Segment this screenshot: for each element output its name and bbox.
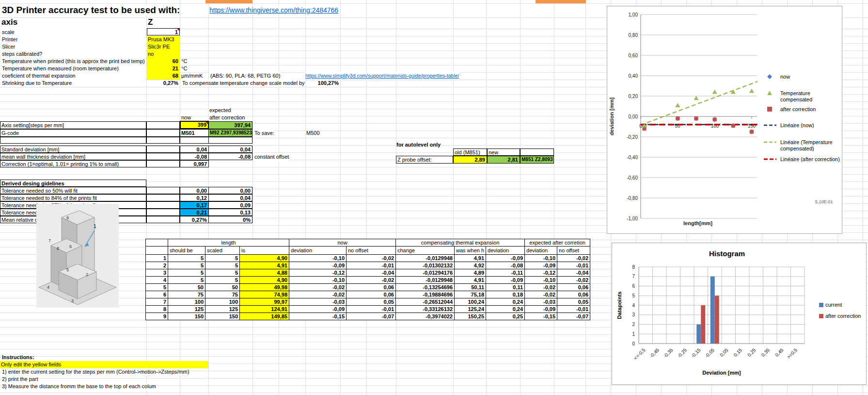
was-when-hot-cell[interactable]: 50,11 xyxy=(455,284,486,291)
blank-cell[interactable] xyxy=(520,148,554,156)
change-cell[interactable]: -0,3974022 xyxy=(396,313,455,320)
deviation-now-cell[interactable]: -0,10 xyxy=(289,255,347,262)
no-offset-expected-cell[interactable]: -0,07 xyxy=(557,313,590,320)
should-be-cell[interactable]: 125 xyxy=(168,306,205,313)
gcode-now-cell[interactable]: M501 xyxy=(180,129,209,137)
blank-cell[interactable] xyxy=(0,137,146,144)
deviation-comp-cell[interactable]: 0,11 xyxy=(486,284,525,291)
change-cell[interactable]: -0,13254696 xyxy=(396,284,455,291)
tolerance-50-expected-cell[interactable]: 0,00 xyxy=(208,187,253,194)
is-measured-cell[interactable]: 124,91 xyxy=(240,306,289,313)
change-cell[interactable]: -0,0129948 xyxy=(396,255,455,262)
deviation-now-cell[interactable]: -0,10 xyxy=(289,277,347,284)
deviation-now-cell[interactable]: -0,09 xyxy=(289,262,347,269)
deviation-expected-cell[interactable]: -0,15 xyxy=(525,313,557,320)
temp-printed-value-cell[interactable]: 60 xyxy=(147,58,180,65)
was-when-hot-cell[interactable]: 100,24 xyxy=(455,298,486,306)
deviation-now-cell[interactable]: -0,09 xyxy=(289,306,347,313)
shrinking-value-cell[interactable]: 0,27% xyxy=(147,80,180,87)
std-deviation-now-cell[interactable]: 0,04 xyxy=(180,146,209,153)
no-offset-expected-cell[interactable]: -0,02 xyxy=(557,277,590,284)
no-offset-now-cell[interactable]: -0,07 xyxy=(347,313,396,320)
axis-setting-now-cell[interactable]: 399 xyxy=(180,121,209,129)
scale-value-cell[interactable]: 1 xyxy=(147,28,180,35)
axis-setting-spacer-cell[interactable] xyxy=(146,121,180,129)
blank-cell[interactable] xyxy=(146,194,180,201)
zprobe-old-cell[interactable]: 2,89 xyxy=(453,156,487,164)
printer-value-cell[interactable]: Prusa MK3 xyxy=(147,36,180,43)
deviation-now-cell[interactable]: -0,02 xyxy=(289,284,347,291)
scaled-cell[interactable]: 75 xyxy=(205,291,240,298)
scaled-cell[interactable]: 5 xyxy=(205,262,240,269)
mean-relative-expected-cell[interactable]: 0% xyxy=(208,216,253,223)
std-deviation-expected-cell[interactable]: 0,04 xyxy=(208,146,253,153)
no-offset-now-cell[interactable]: -0,02 xyxy=(347,277,396,284)
blank-cell[interactable] xyxy=(180,137,209,144)
change-cell[interactable]: -0,01302132 xyxy=(396,262,455,269)
deviation-comp-cell[interactable]: 0,25 xyxy=(486,313,525,320)
is-measured-cell[interactable]: 149,85 xyxy=(240,313,289,320)
tolerance-84-now-cell[interactable]: 0,12 xyxy=(180,194,209,201)
was-when-hot-cell[interactable]: 4,89 xyxy=(455,269,486,277)
deviation-now-cell[interactable]: -0,03 xyxy=(289,298,347,306)
deviation-now-cell[interactable]: -0,15 xyxy=(289,313,347,320)
is-measured-cell[interactable]: 4,90 xyxy=(240,277,289,284)
scaled-cell[interactable]: 5 xyxy=(205,269,240,277)
blank-cell[interactable] xyxy=(146,216,180,223)
was-when-hot-cell[interactable]: 150,25 xyxy=(455,313,486,320)
blank-cell[interactable] xyxy=(146,201,180,209)
tolerance-97-now-cell[interactable]: 0,17 xyxy=(180,201,209,209)
temp-measured-value-cell[interactable]: 21 xyxy=(147,65,180,72)
deviation-comp-cell[interactable]: 0,24 xyxy=(486,298,525,306)
scaled-cell[interactable]: 5 xyxy=(205,277,240,284)
change-cell[interactable]: -0,01294176 xyxy=(396,269,455,277)
blank-cell[interactable] xyxy=(208,137,253,144)
zprobe-new-cell[interactable]: 2,81 xyxy=(487,156,520,164)
is-measured-cell[interactable]: 4,91 xyxy=(240,262,289,269)
deviation-expected-cell[interactable]: -0,10 xyxy=(525,277,557,284)
deviation-now-cell[interactable]: -0,02 xyxy=(289,291,347,298)
slicer-value-cell[interactable]: Slic3r PE xyxy=(147,43,180,50)
no-offset-expected-cell[interactable]: -0,02 xyxy=(557,255,590,262)
deviation-expected-cell[interactable]: -0,02 xyxy=(525,291,557,298)
blank-cell[interactable] xyxy=(146,137,180,144)
is-measured-cell[interactable]: 99,97 xyxy=(240,298,289,306)
blank-cell[interactable] xyxy=(146,209,180,216)
scaled-cell[interactable]: 125 xyxy=(205,306,240,313)
change-cell[interactable]: -0,33126132 xyxy=(396,306,455,313)
was-when-hot-cell[interactable]: 125,24 xyxy=(455,306,486,313)
deviation-comp-cell[interactable]: 0,24 xyxy=(486,306,525,313)
no-offset-now-cell[interactable]: 0,06 xyxy=(347,284,396,291)
deviation-expected-cell[interactable]: -0,03 xyxy=(525,298,557,306)
steps-calibrated-value-cell[interactable]: no xyxy=(147,50,180,58)
no-offset-expected-cell[interactable]: -0,01 xyxy=(557,262,590,269)
change-cell[interactable]: -0,26512044 xyxy=(396,298,455,306)
gcode-spacer-cell[interactable] xyxy=(146,129,180,137)
deviation-comp-cell[interactable]: -0,09 xyxy=(486,277,525,284)
change-cell[interactable]: -0,19884696 xyxy=(396,291,455,298)
no-offset-now-cell[interactable]: -0,01 xyxy=(347,306,396,313)
no-offset-now-cell[interactable]: -0,02 xyxy=(347,255,396,262)
no-offset-now-cell[interactable]: 0,05 xyxy=(347,298,396,306)
no-offset-now-cell[interactable]: -0,04 xyxy=(347,269,396,277)
blank-cell[interactable] xyxy=(146,146,180,153)
should-be-cell[interactable]: 100 xyxy=(168,298,205,306)
should-be-cell[interactable]: 5 xyxy=(168,269,205,277)
blank-cell[interactable] xyxy=(146,247,168,255)
change-cell[interactable]: -0,0129948 xyxy=(396,277,455,284)
should-be-cell[interactable]: 5 xyxy=(168,262,205,269)
no-offset-expected-cell[interactable]: 0,05 xyxy=(557,298,590,306)
tolerance-97-expected-cell[interactable]: 0,09 xyxy=(208,201,253,209)
is-measured-cell[interactable]: 74,98 xyxy=(240,291,289,298)
should-be-cell[interactable]: 75 xyxy=(168,291,205,298)
should-be-cell[interactable]: 5 xyxy=(168,277,205,284)
deviation-comp-cell[interactable]: 0,18 xyxy=(486,291,525,298)
deviation-comp-cell[interactable]: -0,08 xyxy=(486,262,525,269)
should-be-cell[interactable]: 50 xyxy=(168,284,205,291)
thermal-expansion-value-cell[interactable]: 68 xyxy=(147,72,180,80)
no-offset-now-cell[interactable]: -0,01 xyxy=(347,262,396,269)
deviation-expected-cell[interactable]: -0,09 xyxy=(525,262,557,269)
no-offset-expected-cell[interactable]: -0,04 xyxy=(557,269,590,277)
is-measured-cell[interactable]: 49,98 xyxy=(240,284,289,291)
scaled-cell[interactable]: 100 xyxy=(205,298,240,306)
